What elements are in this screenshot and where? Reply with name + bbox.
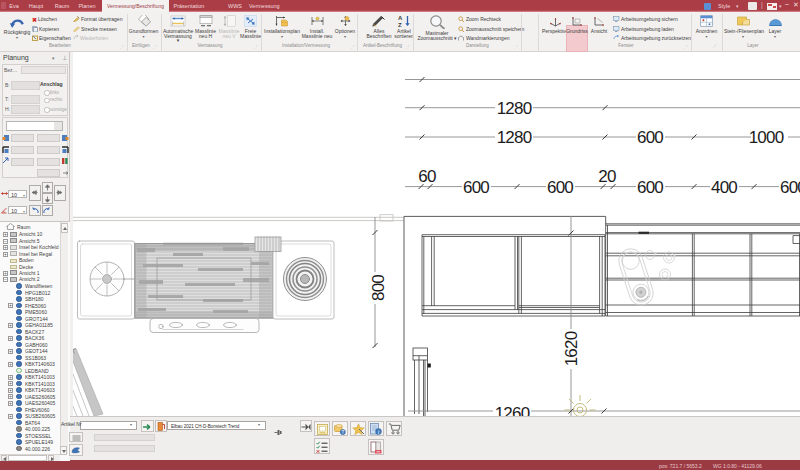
- svg-text:800: 800: [369, 275, 388, 301]
- svg-text:600: 600: [637, 128, 663, 147]
- svg-text:1280: 1280: [497, 99, 532, 118]
- svg-text:400: 400: [711, 178, 737, 197]
- svg-text:1000: 1000: [749, 128, 784, 147]
- svg-text:20: 20: [598, 167, 616, 186]
- svg-text:1280: 1280: [497, 128, 532, 147]
- svg-text:600: 600: [547, 178, 573, 197]
- svg-text:600: 600: [780, 178, 800, 197]
- svg-text:600: 600: [463, 178, 489, 197]
- svg-text:Z: Z: [398, 22, 402, 27]
- svg-text:A: A: [398, 15, 403, 21]
- svg-text:1260: 1260: [495, 404, 530, 416]
- svg-text:1620: 1620: [562, 331, 581, 366]
- svg-text:60: 60: [418, 167, 436, 186]
- svg-text:600: 600: [637, 178, 663, 197]
